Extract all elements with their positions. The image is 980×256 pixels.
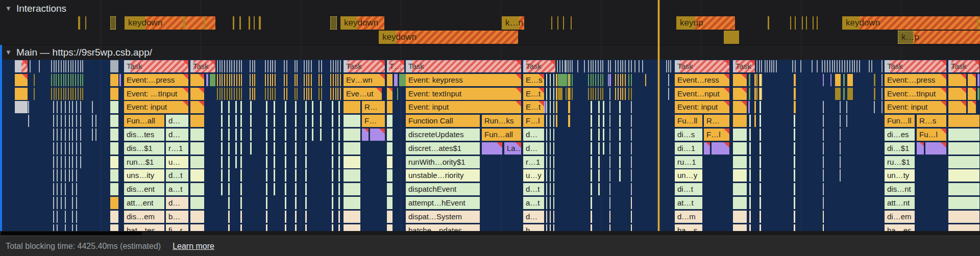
flame-thin-column[interactable] [72,115,73,127]
flame-thin-column[interactable] [609,224,610,232]
flame-thin-column[interactable] [240,142,242,155]
flame-thin-bar[interactable] [318,74,320,86]
flame-thin-column[interactable] [28,101,29,113]
flame-thin-bar[interactable] [337,74,338,86]
flame-thin-bar[interactable] [270,74,271,86]
flame-thin-bar[interactable] [236,60,237,72]
flame-thin-column[interactable] [553,74,554,86]
flame-cell[interactable]: dis…$1 [124,142,164,155]
flame-thin-bar[interactable] [275,74,276,86]
flame-thin-bar[interactable] [847,60,848,72]
flame-thin-column[interactable] [760,142,761,155]
flame-thin-bar[interactable] [562,60,563,72]
flame-cell[interactable] [482,142,502,155]
flame-thin-column[interactable] [274,101,275,113]
flame-thin-bar[interactable] [570,74,571,86]
flame-cell[interactable] [110,156,118,168]
interaction-bar[interactable]: keydown [340,16,384,30]
flame-cell[interactable] [370,129,385,141]
flame-thin-column[interactable] [72,211,73,223]
flame-thin-column[interactable] [553,88,554,100]
flame-thin-bar[interactable] [330,74,331,86]
flame-thin-bar[interactable] [595,74,596,86]
flame-thin-bar[interactable] [267,60,268,72]
flame-thin-bar[interactable] [608,60,609,72]
flame-thin-bar[interactable] [568,60,569,72]
flame-thin-bar[interactable] [82,60,83,72]
flame-cell[interactable] [917,142,924,155]
flame-thin-bar[interactable] [618,60,619,72]
flame-cell[interactable] [110,183,118,195]
flame-thin-column[interactable] [250,142,252,155]
flame-thin-column[interactable] [295,224,297,232]
collapse-triangle-icon[interactable]: ▼ [5,5,12,12]
flame-cell[interactable]: d… [166,197,188,209]
flame-thin-column[interactable] [57,115,58,127]
interaction-tick[interactable] [802,16,803,30]
flame-thin-column[interactable] [591,156,592,168]
flame-cell[interactable]: r…1 [166,142,188,155]
flame-thin-bar[interactable] [610,60,611,72]
flame-cell[interactable]: runWith…ority$1 [406,156,480,168]
task-cell[interactable]: Task [406,60,521,72]
flame-cell[interactable] [835,88,841,100]
flame-thin-bar[interactable] [222,88,223,100]
flame-cell[interactable] [749,74,750,86]
flame-thin-column[interactable] [603,129,604,141]
flame-cell[interactable]: di…s [675,129,702,141]
flame-thin-column[interactable] [550,169,551,182]
flame-cell[interactable]: ru…$1 [885,156,915,168]
flame-thin-bar[interactable] [792,60,793,72]
flame-thin-bar[interactable] [869,60,870,72]
flame-thin-column[interactable] [72,183,73,195]
flame-thin-bar[interactable] [236,88,237,100]
flame-thin-bar[interactable] [231,60,232,72]
flame-thin-column[interactable] [266,129,267,141]
flame-thin-column[interactable] [760,169,761,182]
flame-cell[interactable] [34,88,35,100]
flame-thin-bar[interactable] [219,88,220,100]
flame-thin-column[interactable] [295,101,297,113]
flame-thin-bar[interactable] [308,88,309,100]
flame-cell[interactable]: R… [704,115,729,127]
interaction-tick[interactable] [233,16,234,30]
flame-thin-column[interactable] [794,224,795,232]
flame-thin-bar[interactable] [54,60,55,72]
flame-thin-column[interactable] [57,129,58,141]
flame-thin-column[interactable] [619,169,621,182]
flame-thin-bar[interactable] [297,60,298,72]
flame-thin-column[interactable] [598,183,600,195]
flame-thin-column[interactable] [250,115,252,127]
flame-cell[interactable]: di…$1 [885,142,915,155]
flame-thin-bar[interactable] [628,88,629,100]
flame-thin-column[interactable] [749,115,751,127]
flame-thin-bar[interactable] [80,74,81,86]
flame-thin-bar[interactable] [265,60,266,72]
flame-thin-column[interactable] [874,101,875,113]
flame-thin-column[interactable] [228,142,230,155]
flame-thin-column[interactable] [285,115,286,127]
flame-thin-bar[interactable] [224,74,225,86]
flame-cell[interactable] [733,197,747,209]
flame-cell[interactable] [344,224,360,232]
flame-cell[interactable] [15,88,28,100]
flame-thin-bar[interactable] [284,74,285,86]
flame-thin-column[interactable] [619,115,621,127]
flame-cell[interactable]: E…t [523,101,544,113]
flame-thin-column[interactable] [80,115,81,127]
flame-cell[interactable] [344,197,360,209]
flame-thin-column[interactable] [609,183,610,195]
flame-thin-bar[interactable] [776,60,777,72]
flame-cell[interactable]: att…ent [124,197,164,209]
flame-cell[interactable]: d… [166,129,188,141]
flame-thin-bar[interactable] [75,74,76,86]
flame-cell[interactable] [794,101,796,113]
flame-thin-bar[interactable] [666,60,667,72]
flame-cell[interactable] [749,88,750,100]
flame-cell[interactable] [948,74,966,86]
flame-thin-column[interactable] [285,183,286,195]
flame-thin-bar[interactable] [58,88,59,100]
flame-thin-bar[interactable] [304,88,305,100]
flame-thin-bar[interactable] [572,88,573,100]
flame-thin-column[interactable] [591,169,592,182]
